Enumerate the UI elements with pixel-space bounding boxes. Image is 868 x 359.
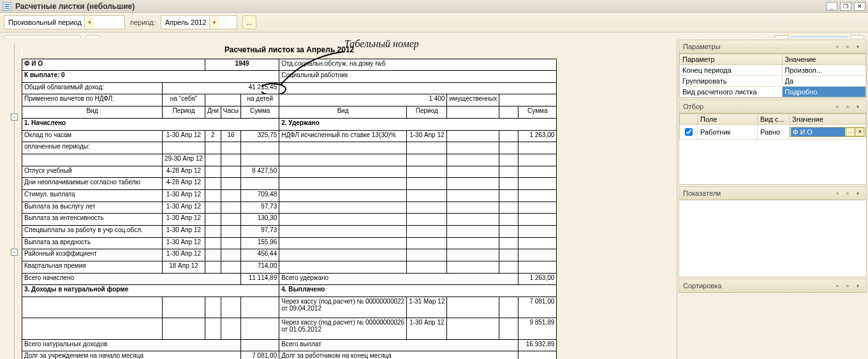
toolbar-period: Произвольный период ▼ период: Апрель 201… <box>0 13 868 33</box>
annotation: Табельный номер <box>344 38 419 50</box>
period-type-value: Произвольный период <box>8 18 82 26</box>
minimize-button[interactable]: _ <box>826 2 837 11</box>
period-type-dropdown[interactable]: Произвольный период ▼ <box>4 15 125 29</box>
report-pane: Табельный номер - - Расчетный листок за … <box>0 38 677 52</box>
settings-panel: Параметры «»▾ ПараметрЗначение Конец пер… <box>677 38 868 52</box>
chevron-down-icon[interactable]: ▾ <box>853 42 862 51</box>
svg-rect-1 <box>4 4 10 5</box>
annotation-text: Табельный номер <box>344 38 419 49</box>
svg-rect-3 <box>4 8 10 9</box>
params-header[interactable]: Параметры «»▾ <box>679 40 867 52</box>
chevron-down-icon[interactable]: ▼ <box>84 17 94 28</box>
close-button[interactable]: ✕ <box>854 2 865 11</box>
period-value: Апрель 2012 <box>165 18 207 26</box>
app-icon <box>3 2 11 11</box>
period-label: период: <box>130 18 156 26</box>
window-titlebar: Расчетные листки (небольшие) _ ❐ ✕ <box>0 0 868 13</box>
chevron-left-icon[interactable]: « <box>833 42 842 51</box>
window-title: Расчетные листки (небольшие) <box>15 2 135 11</box>
period-value-dropdown[interactable]: Апрель 2012 ▼ <box>161 15 237 29</box>
period-picker-button[interactable]: … <box>242 15 256 29</box>
chevron-right-icon[interactable]: » <box>843 42 852 51</box>
svg-rect-2 <box>4 6 10 7</box>
maximize-button[interactable]: ❐ <box>840 2 851 11</box>
chevron-down-icon[interactable]: ▼ <box>209 17 219 28</box>
outline-gutter: - - <box>6 45 22 52</box>
